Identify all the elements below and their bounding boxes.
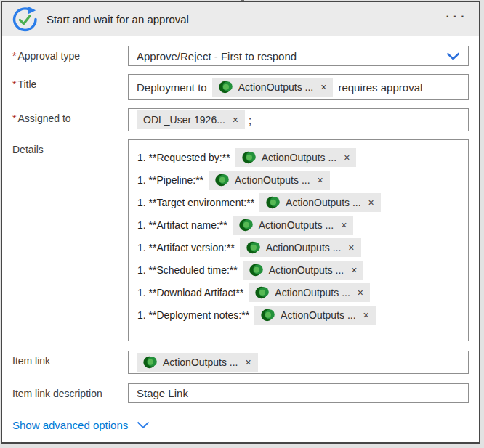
chevron-down-icon (446, 50, 460, 62)
details-line-text: 1. **Deployment notes:** (137, 309, 249, 321)
actionoutputs-icon (266, 195, 281, 210)
actionoutputs-icon (143, 355, 158, 370)
remove-token-icon[interactable]: × (363, 308, 369, 322)
details-line-text: 1. **Target environment:** (137, 197, 254, 208)
remove-token-icon[interactable]: × (341, 218, 347, 232)
item-link-input[interactable]: ActionOutputs ... × (128, 351, 469, 374)
card-title: Start and wait for an approval (47, 13, 435, 25)
remove-token-icon[interactable]: × (368, 195, 374, 210)
pill-label: ActionOutputs ... (286, 195, 361, 210)
pill-label: ActionOutputs ... (259, 218, 334, 232)
show-advanced-options-link[interactable]: Show advanced options (12, 419, 469, 431)
pill-label: ActionOutputs ... (266, 240, 342, 255)
dynamic-content-pill[interactable]: ActionOutputs ... × (243, 261, 364, 280)
pill-label: ActionOutputs ... (235, 173, 310, 187)
title-text-after: requires approval (338, 81, 422, 94)
assigned-separator: ; (249, 114, 251, 126)
dynamic-content-pill[interactable]: ActionOutputs ... × (233, 216, 354, 235)
dynamic-content-pill[interactable]: ActionOutputs ... × (212, 78, 334, 97)
details-line: 1. **Artifact name:** ActionOutputs ... … (137, 213, 459, 236)
chevron-down-icon (137, 421, 150, 429)
actionoutputs-icon (246, 240, 261, 255)
details-line-text: 1. **Download Artifact** (137, 287, 243, 298)
assigned-to-input[interactable]: ODL_User 1926... × ; (128, 108, 469, 131)
dynamic-content-pill[interactable]: ActionOutputs ... × (254, 306, 376, 325)
remove-token-icon[interactable]: × (348, 240, 354, 255)
remove-token-icon[interactable]: × (351, 263, 357, 277)
dynamic-content-pill[interactable]: ActionOutputs ... × (137, 353, 258, 372)
details-line-text: 1. **Scheduled time:** (137, 264, 238, 276)
actionoutputs-icon (239, 218, 254, 232)
dynamic-content-pill[interactable]: ActionOutputs ... × (209, 171, 330, 190)
user-pill[interactable]: ODL_User 1926... × (137, 110, 245, 129)
details-line: 1. **Target environment:** ActionOutputs… (137, 191, 459, 213)
remove-token-icon[interactable]: × (344, 150, 350, 165)
details-line-text: 1. **Artifact name:** (137, 219, 227, 231)
dynamic-content-pill[interactable]: ActionOutputs ... × (249, 283, 370, 302)
dynamic-content-pill[interactable]: ActionOutputs ... × (240, 238, 361, 257)
details-line: 1. **Artifact version:** ActionOutputs .… (137, 236, 459, 258)
details-line: 1. **Requested by:** ActionOutputs ... × (137, 146, 459, 168)
dynamic-content-pill[interactable]: ActionOutputs ... × (235, 148, 357, 167)
actionoutputs-icon (261, 308, 275, 322)
pill-label: ActionOutputs ... (281, 308, 356, 322)
details-line-text: 1. **Artifact version:** (137, 242, 235, 253)
details-line: 1. **Pipeline:** ActionOutputs ... × (137, 168, 459, 191)
title-text-before: Deployment to (137, 81, 207, 94)
actionoutputs-icon (219, 80, 233, 94)
dynamic-content-pill[interactable]: ActionOutputs ... × (259, 193, 381, 212)
details-line-text: 1. **Pipeline:** (137, 174, 203, 186)
remove-token-icon[interactable]: × (233, 113, 238, 127)
advanced-options-label: Show advanced options (12, 419, 128, 431)
details-line: 1. **Deployment notes:** ActionOutputs .… (137, 304, 459, 326)
actionoutputs-icon (249, 263, 264, 277)
approval-wait-icon (11, 5, 39, 33)
pill-label: ODL_User 1926... (143, 113, 225, 127)
pill-label: ActionOutputs ... (238, 80, 314, 94)
details-line: 1. **Scheduled time:** ActionOutputs ...… (137, 258, 459, 281)
pill-label: ActionOutputs ... (269, 263, 344, 277)
actionoutputs-icon (242, 150, 257, 165)
item-link-description-label: Item link description (12, 383, 128, 399)
pill-label: ActionOutputs ... (262, 150, 337, 165)
assigned-to-label: *Assigned to (12, 108, 128, 124)
actionoutputs-icon (215, 173, 230, 187)
more-menu-button[interactable]: ··· (443, 12, 469, 25)
item-link-label: Item link (12, 351, 128, 367)
approval-action-card: Start and wait for an approval ··· *Appr… (1, 1, 480, 444)
title-label: *Title (12, 74, 128, 90)
item-link-description-input[interactable]: Stage Link (128, 383, 469, 403)
pill-label: ActionOutputs ... (163, 355, 238, 370)
details-line: 1. **Download Artifact** ActionOutputs .… (137, 281, 459, 304)
remove-token-icon[interactable]: × (358, 285, 363, 300)
approval-type-label: *Approval type (12, 46, 128, 62)
title-input[interactable]: Deployment to ActionOutputs ... × requir… (128, 74, 469, 100)
remove-token-icon[interactable]: × (246, 355, 251, 370)
remove-token-icon[interactable]: × (320, 80, 326, 94)
actionoutputs-icon (255, 285, 270, 300)
remove-token-icon[interactable]: × (318, 173, 323, 187)
item-link-description-value: Stage Link (137, 387, 188, 399)
details-label: Details (12, 139, 128, 155)
details-input[interactable]: 1. **Requested by:** ActionOutputs ... ×… (128, 139, 469, 341)
approval-type-value: Approve/Reject - First to respond (137, 50, 297, 62)
card-header[interactable]: Start and wait for an approval ··· (2, 2, 479, 36)
details-line-text: 1. **Requested by:** (137, 152, 230, 163)
approval-type-dropdown[interactable]: Approve/Reject - First to respond (128, 46, 469, 66)
pill-label: ActionOutputs ... (275, 285, 350, 300)
